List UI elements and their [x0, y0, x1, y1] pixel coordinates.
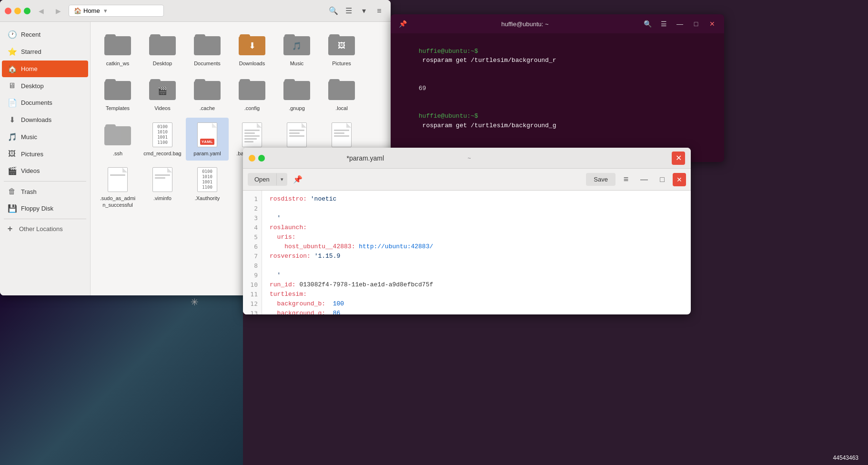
folder-desktop-icon — [149, 31, 176, 58]
terminal-search-button[interactable]: 🔍 — [641, 18, 654, 30]
folder-videos-icon: 🎬 — [149, 76, 176, 103]
file-item-videos[interactable]: 🎬 Videos — [141, 72, 184, 115]
file-item-music[interactable]: 🎵 Music — [275, 28, 318, 71]
pictures-icon: 🖼 — [8, 150, 16, 158]
list-view-button[interactable]: ☰ — [342, 4, 355, 18]
sidebar-item-videos[interactable]: 🎬 Videos — [2, 162, 88, 179]
sidebar-label-floppy: Floppy Disk — [21, 205, 53, 212]
open-button-group: Open ▾ — [248, 173, 287, 186]
sidebar-item-starred[interactable]: ⭐ Starred — [2, 43, 88, 60]
editor-maximize-button[interactable] — [258, 155, 265, 162]
minimize-button[interactable] — [14, 8, 21, 14]
back-button[interactable]: ◀ — [34, 4, 48, 18]
home-nav-icon: 🏠 — [8, 64, 16, 73]
breadcrumb[interactable]: 🏠 Home ▾ — [69, 5, 164, 17]
term-cmd-2: rosparam get /turtlesim/background_g — [419, 122, 556, 129]
sidebar-label-trash: Trash — [21, 188, 37, 195]
sidebar-item-desktop[interactable]: 🖥 Desktop — [2, 78, 88, 94]
file-item-gnupg[interactable]: .gnupg — [275, 72, 318, 115]
save-button[interactable]: Save — [586, 173, 616, 186]
line-num-11: 11 — [243, 290, 258, 299]
file-label-gnupg: .gnupg — [289, 105, 305, 111]
file-label-config: .config — [244, 105, 260, 111]
terminal-minimize-button[interactable]: — — [674, 18, 686, 30]
editor-close-button[interactable]: ✕ — [672, 152, 685, 165]
sidebar-item-home[interactable]: 🏠 Home — [2, 61, 88, 77]
sidebar-item-music[interactable]: 🎵 Music — [2, 129, 88, 145]
file-item-desktop[interactable]: Desktop — [141, 28, 184, 71]
file-item-param-yaml[interactable]: YAML param.yaml — [186, 118, 229, 161]
editor-menu-button[interactable]: ≡ — [618, 172, 634, 187]
file-item-cache[interactable]: .cache — [186, 72, 229, 115]
file-item-local[interactable]: .local — [320, 72, 363, 115]
sidebar-label-documents: Documents — [21, 99, 52, 106]
terminal-maximize-button[interactable]: □ — [690, 18, 702, 30]
editor-body: 1 2 3 4 5 6 7 8 9 10 11 12 13 14 rosdist… — [243, 191, 691, 314]
terminal-title: huffie@ubuntu: ~ — [413, 20, 637, 28]
menu-button[interactable]: ≡ — [373, 4, 386, 18]
downloads-icon: ⬇ — [8, 115, 16, 124]
terminal-menu-button[interactable]: ☰ — [657, 18, 670, 30]
binary-cmd-record-icon: 0100 1010 1001 1100 — [149, 121, 176, 148]
sidebar-label-other: Other Locations — [19, 225, 63, 232]
terminal-pin-button[interactable]: 📌 — [396, 18, 409, 30]
open-dropdown-button[interactable]: ▾ — [276, 173, 287, 185]
line-num-4: 4 — [243, 223, 258, 232]
sidebar-item-other-locations[interactable]: + Other Locations — [0, 221, 90, 237]
file-item-documents[interactable]: Documents — [186, 28, 229, 71]
close-button[interactable] — [5, 8, 11, 14]
editor-pin-button[interactable]: 📌 — [290, 172, 305, 187]
search-button[interactable]: 🔍 — [327, 4, 340, 18]
sidebar-label-downloads: Downloads — [21, 116, 51, 123]
text-sudo-icon — [104, 166, 131, 193]
file-label-xauthority: .Xauthority — [195, 195, 220, 202]
file-item-xauthority[interactable]: 0100 1010 1001 1100 .Xauthority — [186, 162, 229, 212]
file-label-cmd-record: cmd_record.bag — [143, 150, 182, 157]
file-item-downloads[interactable]: ⬇ Downloads — [231, 28, 273, 71]
sidebar-item-downloads[interactable]: ⬇ Downloads — [2, 111, 88, 128]
file-item-ssh[interactable]: .ssh — [96, 118, 139, 161]
line-num-3: 3 — [243, 213, 258, 223]
editor-close-btn2[interactable]: ✕ — [673, 173, 686, 186]
sidebar-item-documents[interactable]: 📄 Documents — [2, 94, 88, 111]
file-label-catkin-ws: catkin_ws — [106, 60, 129, 67]
sidebar-divider2 — [4, 219, 86, 219]
file-item-config[interactable]: .config — [231, 72, 273, 115]
file-label-cache: .cache — [200, 105, 215, 111]
file-item-sudo[interactable]: .sudo_as_admin_successful — [96, 162, 139, 212]
open-button[interactable]: Open — [248, 173, 276, 186]
recent-icon: 🕐 — [8, 30, 16, 39]
editor-minimize-button[interactable] — [249, 155, 255, 162]
desktop-background — [0, 293, 243, 465]
line-num-12: 12 — [243, 299, 258, 309]
file-item-cmd-record[interactable]: 0100 1010 1001 1100 cmd_record.bag — [141, 118, 184, 161]
editor-maximize-btn2[interactable]: □ — [655, 172, 670, 187]
editor-minimize-btn2[interactable]: — — [636, 172, 652, 187]
folder-pictures-icon: 🖼 — [328, 31, 355, 58]
sidebar-divider — [4, 181, 86, 182]
line-num-9: 9 — [243, 271, 258, 280]
file-item-catkin-ws[interactable]: catkin_ws — [96, 28, 139, 71]
sidebar-label-recent: Recent — [21, 31, 40, 38]
sidebar-item-recent[interactable]: 🕐 Recent — [2, 26, 88, 43]
terminal-body[interactable]: huffie@ubuntu:~$ rosparam get /turtlesim… — [391, 33, 724, 162]
terminal-close-button[interactable]: ✕ — [706, 18, 718, 30]
file-item-viminfo[interactable]: .viminfo — [141, 162, 184, 212]
sidebar-label-videos: Videos — [21, 167, 40, 174]
folder-local-icon — [328, 76, 355, 103]
window-controls — [5, 8, 30, 14]
sidebar-item-floppy[interactable]: 💾 Floppy Disk — [2, 200, 88, 217]
desktop-icon: 🖥 — [8, 81, 16, 90]
file-item-pictures[interactable]: 🖼 Pictures — [320, 28, 363, 71]
add-icon: + — [6, 224, 14, 234]
sidebar-item-pictures[interactable]: 🖼 Pictures — [2, 146, 88, 162]
editor-content-area[interactable]: rosdistro: 'noetic ' roslaunch: uris: ho… — [262, 191, 691, 314]
view-options-button[interactable]: ▾ — [357, 4, 371, 18]
sidebar-item-trash[interactable]: 🗑 Trash — [2, 183, 88, 200]
time-display: 44543463 — [833, 455, 858, 461]
file-item-templates[interactable]: Templates — [96, 72, 139, 115]
folder-config-icon — [239, 76, 265, 103]
maximize-button[interactable] — [24, 8, 30, 14]
forward-button[interactable]: ▶ — [51, 4, 65, 18]
file-label-local: .local — [335, 105, 348, 111]
